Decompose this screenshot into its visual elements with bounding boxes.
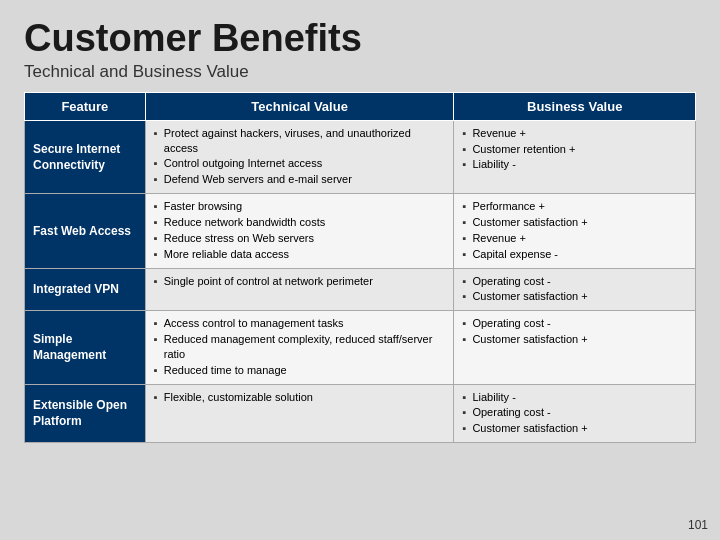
feature-cell: Simple Management	[25, 311, 146, 384]
feature-cell: Integrated VPN	[25, 268, 146, 311]
list-item: Liability -	[462, 157, 687, 172]
technical-cell: Protect against hackers, viruses, and un…	[145, 120, 454, 193]
list-item: Defend Web servers and e-mail server	[154, 172, 446, 187]
table-row: Simple ManagementAccess control to manag…	[25, 311, 696, 384]
business-cell: Liability -Operating cost -Customer sati…	[454, 384, 696, 443]
table-row: Secure Internet ConnectivityProtect agai…	[25, 120, 696, 193]
slide: Customer Benefits Technical and Business…	[0, 0, 720, 540]
list-item: Performance +	[462, 199, 687, 214]
slide-title: Customer Benefits	[24, 18, 696, 60]
slide-subtitle: Technical and Business Value	[24, 62, 696, 82]
benefits-table: Feature Technical Value Business Value S…	[24, 92, 696, 443]
list-item: Single point of control at network perim…	[154, 274, 446, 289]
list-item: More reliable data access	[154, 247, 446, 262]
business-cell: Operating cost -Customer satisfaction +	[454, 268, 696, 311]
list-item: Customer satisfaction +	[462, 289, 687, 304]
table-row: Integrated VPNSingle point of control at…	[25, 268, 696, 311]
list-item: Protect against hackers, viruses, and un…	[154, 126, 446, 156]
technical-cell: Flexible, customizable solution	[145, 384, 454, 443]
col-header-technical: Technical Value	[145, 92, 454, 120]
list-item: Access control to management tasks	[154, 316, 446, 331]
list-item: Reduced time to manage	[154, 363, 446, 378]
table-row: Extensible Open PlatformFlexible, custom…	[25, 384, 696, 443]
feature-cell: Extensible Open Platform	[25, 384, 146, 443]
list-item: Control outgoing Internet access	[154, 156, 446, 171]
list-item: Revenue +	[462, 231, 687, 246]
technical-cell: Access control to management tasksReduce…	[145, 311, 454, 384]
list-item: Customer retention +	[462, 142, 687, 157]
table-row: Fast Web AccessFaster browsingReduce net…	[25, 194, 696, 268]
list-item: Liability -	[462, 390, 687, 405]
list-item: Reduced management complexity, reduced s…	[154, 332, 446, 362]
list-item: Customer satisfaction +	[462, 421, 687, 436]
col-header-business: Business Value	[454, 92, 696, 120]
feature-cell: Secure Internet Connectivity	[25, 120, 146, 193]
technical-cell: Single point of control at network perim…	[145, 268, 454, 311]
feature-cell: Fast Web Access	[25, 194, 146, 268]
list-item: Operating cost -	[462, 405, 687, 420]
list-item: Capital expense -	[462, 247, 687, 262]
technical-cell: Faster browsingReduce network bandwidth …	[145, 194, 454, 268]
list-item: Reduce network bandwidth costs	[154, 215, 446, 230]
list-item: Customer satisfaction +	[462, 332, 687, 347]
list-item: Flexible, customizable solution	[154, 390, 446, 405]
list-item: Operating cost -	[462, 274, 687, 289]
list-item: Faster browsing	[154, 199, 446, 214]
business-cell: Operating cost -Customer satisfaction +	[454, 311, 696, 384]
list-item: Reduce stress on Web servers	[154, 231, 446, 246]
list-item: Operating cost -	[462, 316, 687, 331]
business-cell: Revenue +Customer retention +Liability -	[454, 120, 696, 193]
page-number: 101	[688, 518, 708, 532]
list-item: Customer satisfaction +	[462, 215, 687, 230]
col-header-feature: Feature	[25, 92, 146, 120]
business-cell: Performance +Customer satisfaction +Reve…	[454, 194, 696, 268]
list-item: Revenue +	[462, 126, 687, 141]
